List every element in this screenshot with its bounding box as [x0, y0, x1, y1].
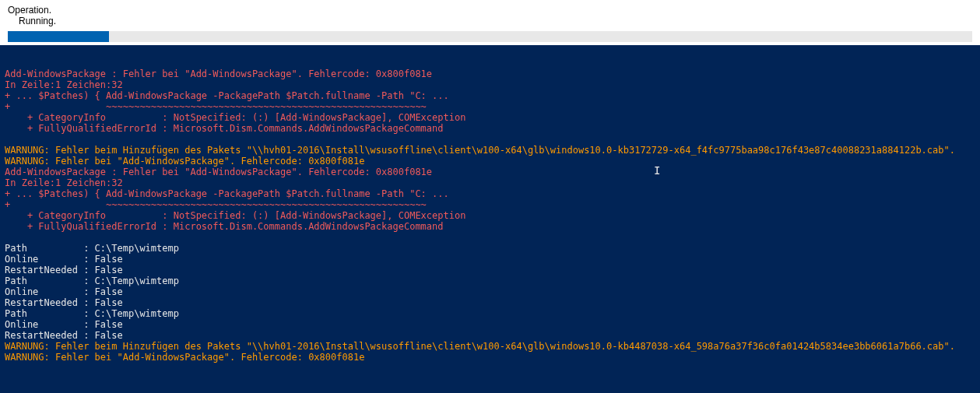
console-line: WARNUNG: Fehler beim Hinzufügen des Pake…: [5, 145, 975, 156]
progress-bar-track: [8, 31, 972, 42]
console-line: + ~~~~~~~~~~~~~~~~~~~~~~~~~~~~~~~~~~~~~~…: [5, 101, 975, 112]
console-line: WARNUNG: Fehler beim Hinzufügen des Pake…: [5, 341, 975, 352]
console-line: WARNUNG: Fehler bei "Add-WindowsPackage"…: [5, 352, 975, 363]
console-line: + ... $Patches) { Add-WindowsPackage -Pa…: [5, 90, 975, 101]
console-line: In Zeile:1 Zeichen:32: [5, 79, 975, 90]
console-line: [5, 134, 975, 145]
console-line: + CategoryInfo : NotSpecified: (:) [Add-…: [5, 112, 975, 123]
console-line: Add-WindowsPackage : Fehler bei "Add-Win…: [5, 167, 975, 177]
console-line: Online : False: [5, 319, 975, 330]
console-line: [5, 232, 975, 243]
console-line: Online : False: [5, 286, 975, 297]
operation-label: Operation.: [8, 5, 972, 16]
console-line: + ... $Patches) { Add-WindowsPackage -Pa…: [5, 188, 975, 199]
console-line: + CategoryInfo : NotSpecified: (:) [Add-…: [5, 210, 975, 221]
powershell-console[interactable]: I Add-WindowsPackage : Fehler bei "Add-W…: [0, 45, 980, 393]
progress-dialog-header: Operation. Running.: [0, 0, 980, 45]
console-line: WARNUNG: Fehler bei "Add-WindowsPackage"…: [5, 156, 975, 167]
console-line: + FullyQualifiedErrorId : Microsoft.Dism…: [5, 123, 975, 134]
progress-bar-fill: [8, 31, 109, 42]
console-line: Add-WindowsPackage : Fehler bei "Add-Win…: [5, 68, 975, 79]
console-line: + ~~~~~~~~~~~~~~~~~~~~~~~~~~~~~~~~~~~~~~…: [5, 199, 975, 210]
console-line: Path : C:\Temp\wimtemp: [5, 275, 975, 286]
console-line: RestartNeeded : False: [5, 330, 975, 341]
console-line: Path : C:\Temp\wimtemp: [5, 243, 975, 254]
console-line: Path : C:\Temp\wimtemp: [5, 308, 975, 319]
console-line: In Zeile:1 Zeichen:32: [5, 177, 975, 188]
console-line: RestartNeeded : False: [5, 265, 975, 275]
console-line: + FullyQualifiedErrorId : Microsoft.Dism…: [5, 221, 975, 232]
console-line: Online : False: [5, 254, 975, 265]
console-line: RestartNeeded : False: [5, 297, 975, 308]
status-label: Running.: [8, 16, 972, 26]
